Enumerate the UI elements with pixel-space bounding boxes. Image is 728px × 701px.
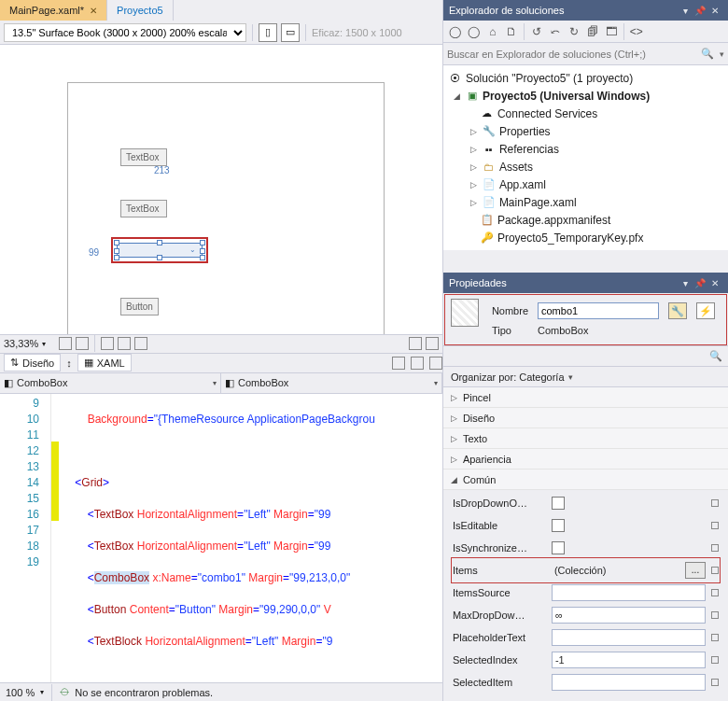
close-icon[interactable]: ✕ [90,6,97,16]
back-icon[interactable]: ◯ [447,23,464,40]
dropdown-icon[interactable]: ▾ [678,278,693,288]
chevron-down-icon[interactable]: ▾ [42,340,46,348]
prop-itemssource[interactable]: ItemsSource [453,582,719,604]
prop-iseditable[interactable]: IsEditable [453,514,719,537]
collection-editor-button[interactable]: ... [685,562,706,579]
collapse-icon[interactable]: ⤺ [547,23,564,40]
property-marker[interactable] [711,522,719,529]
close-icon[interactable]: ✕ [707,6,722,16]
tree-item-manifest[interactable]: 📋Package.appxmanifest [443,211,728,229]
layout-icon[interactable] [411,357,424,370]
history-icon[interactable]: ↺ [528,23,545,40]
tree-item-appxaml[interactable]: ▷📄App.xaml [443,175,728,193]
chevron-down-icon[interactable]: ▾ [40,688,44,696]
property-marker[interactable] [711,656,719,664]
events-view-button[interactable]: ⚡ [696,302,715,319]
code-editor[interactable]: 91011 121314 151617 1819 Background="{Th… [0,394,442,683]
value-input[interactable] [552,674,706,691]
expander-icon[interactable]: ▷ [469,145,479,154]
scope-type-combo[interactable]: ◧ ComboBox ▾ [0,373,221,393]
category-texto[interactable]: ▷Texto [443,428,728,449]
category-diseno[interactable]: ▷Diseño [443,408,728,428]
properties-icon[interactable]: 🗔 [603,23,620,40]
property-marker[interactable] [711,589,719,596]
code-icon[interactable]: <> [628,23,645,40]
tool-icon[interactable] [426,337,439,350]
snap-icon[interactable] [118,337,131,350]
tab-mainpage[interactable]: MainPage.xaml* ✕ [0,0,107,21]
tree-item-assets[interactable]: ▷🗀Assets [443,158,728,175]
pin-icon[interactable]: 📌 [693,278,707,288]
expander-icon[interactable]: ▷ [469,162,479,172]
property-marker[interactable] [711,499,719,507]
prop-isdropdownopen[interactable]: IsDropDownO… [453,492,719,514]
button-control[interactable]: Button [120,298,159,315]
scope-member-combo[interactable]: ◧ ComboBox ▾ [221,373,442,393]
expander-icon[interactable]: ◢ [453,91,462,101]
pin-icon[interactable]: 📌 [693,6,707,16]
layout-icon[interactable] [392,357,405,370]
panel-title-bar[interactable]: Propiedades ▾ 📌 ✕ [443,273,728,293]
dropdown-icon[interactable]: ▾ [678,6,693,16]
xaml-tab[interactable]: ▦ XAML [77,354,132,372]
prop-issynchronized[interactable]: IsSynchronize… [453,537,719,559]
tree-item-pfx[interactable]: 🔑Proyecto5_TemporaryKey.pfx [443,229,728,246]
tree-item-connected[interactable]: ☁Connected Services [443,105,728,122]
category-apariencia[interactable]: ▷Apariencia [443,449,728,470]
device-combo[interactable]: 13.5" Surface Book (3000 x 2000) 200% es… [4,23,246,42]
solution-tree[interactable]: ⦿ Solución "Proyecto5" (1 proyecto) ◢ ▣ … [443,65,728,250]
close-icon[interactable]: ✕ [707,278,722,288]
expander-icon[interactable]: ▷ [469,180,479,189]
tree-item-references[interactable]: ▷▪▪Referencias [443,140,728,158]
name-input[interactable] [538,302,659,319]
combobox-control[interactable]: ⌄ [117,243,203,258]
design-surface[interactable]: TextBox TextBox 213 99 ⌄ Button TextBloc… [0,45,442,334]
textbox-control[interactable]: TextBox [120,200,167,217]
snap-icon[interactable] [101,337,114,350]
prop-maxdropdown[interactable]: MaxDropDow…∞ [453,604,719,626]
chevron-down-icon[interactable]: ▾ [568,372,573,382]
landscape-icon[interactable]: ▭ [281,23,300,42]
snap-icon[interactable] [134,337,147,350]
solution-node[interactable]: ⦿ Solución "Proyecto5" (1 proyecto) [443,69,728,87]
property-marker[interactable] [711,544,719,552]
prop-selecteditem[interactable]: SelectedItem [453,671,719,694]
property-marker[interactable] [711,611,719,619]
checkbox[interactable] [552,497,565,510]
value-input[interactable]: ∞ [552,607,706,624]
solution-search-input[interactable] [447,49,701,60]
properties-view-button[interactable]: 🔧 [668,302,687,319]
prop-selectedindex[interactable]: SelectedIndex-1 [453,649,719,671]
textbox-control[interactable]: TextBox [120,148,167,166]
property-marker[interactable] [711,679,719,686]
sync-icon[interactable]: 🗋 [503,23,520,40]
panel-title-bar[interactable]: Explorador de soluciones ▾ 📌 ✕ [443,0,728,21]
tree-item-mainpage[interactable]: ▷📄MainPage.xaml [443,193,728,211]
expander-icon[interactable]: ▷ [469,127,479,136]
tree-item-properties[interactable]: ▷🔧Properties [443,122,728,140]
property-marker[interactable] [711,567,719,574]
refresh-icon[interactable]: ↻ [566,23,582,40]
tool-icon[interactable] [409,337,422,350]
chevron-down-icon[interactable]: ▾ [720,49,724,59]
checkbox[interactable] [552,519,565,532]
code-text[interactable]: Background="{ThemeResource ApplicationPa… [59,394,375,683]
grid-icon[interactable] [59,337,72,350]
prop-items[interactable]: Items (Colección) ... [453,559,719,582]
layout-icon[interactable] [429,357,442,370]
category-comun[interactable]: ◢Común [443,470,728,490]
grid-icon[interactable] [76,337,89,350]
search-icon[interactable]: 🔍 [701,48,714,60]
value-input[interactable] [552,584,706,601]
organize-row[interactable]: Organizar por: Categoría ▾ [443,367,728,387]
value-input[interactable] [552,629,706,646]
forward-icon[interactable]: ◯ [466,23,483,40]
show-all-icon[interactable]: 🗐 [584,23,601,40]
prop-placeholder[interactable]: PlaceholderText [453,626,719,649]
home-icon[interactable]: ⌂ [484,23,501,40]
search-icon[interactable]: 🔍 [709,350,722,362]
project-node[interactable]: ◢ ▣ Proyecto5 (Universal Windows) [443,87,728,105]
category-pincel[interactable]: ▷Pincel [443,387,728,408]
swap-icon[interactable]: ↕ [66,358,72,369]
design-tab[interactable]: ⇅ Diseño [4,354,61,372]
